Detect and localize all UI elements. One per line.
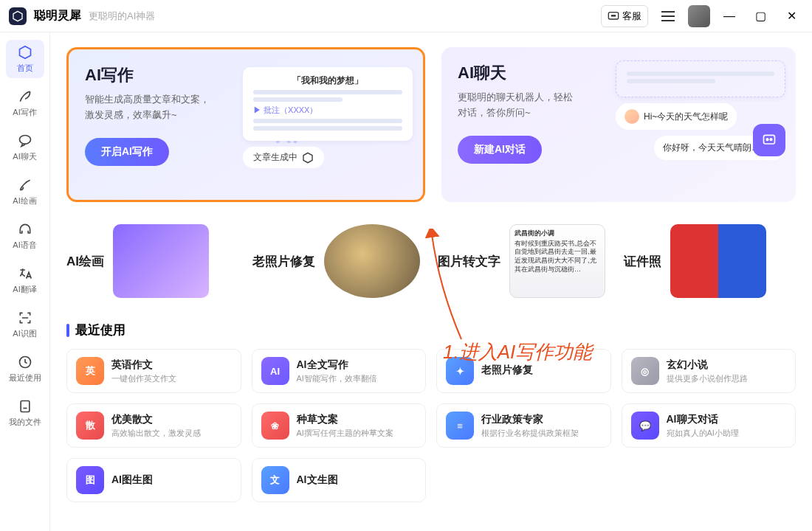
hero-card-chat[interactable]: AI聊天 更聪明的聊天机器人，轻松 对话，答你所问~ 新建AI对话 Hi~今天的… (441, 47, 796, 202)
new-chat-button[interactable]: 新建AI对话 (458, 136, 542, 164)
feature-restore[interactable]: 老照片修复 (252, 217, 425, 305)
sidebar-item-voice[interactable]: AI语音 (6, 217, 44, 255)
writing-demo-panel: 「我和我的梦想」 ▶ 批注（XXXX） 文章生成中 (243, 67, 413, 168)
brush-icon (17, 177, 33, 193)
feather-icon (17, 88, 33, 105)
svg-marker-13 (303, 153, 312, 162)
sidebar-item-ocr[interactable]: AI识图 (6, 305, 44, 344)
generating-chip: 文章生成中 (243, 147, 324, 168)
tool-policy-expert[interactable]: ≡行业政策专家根据行业名称提供政策框架 (436, 403, 611, 448)
app-name: 聪明灵犀 (34, 8, 81, 24)
recent-tools-grid: 英英语作文一键创作英文作文 AIAI全文写作AI智能写作，效率翻倍 ✦老照片修复… (66, 349, 796, 502)
translate-icon (17, 266, 33, 282)
feature-row: AI绘画 老照片修复 图片转文字武昌街的小调有时候到重庆路买书,总会不自觉地到武… (66, 217, 796, 305)
menu-button[interactable] (656, 5, 681, 27)
tool-icon: ❀ (261, 412, 289, 440)
svg-rect-15 (764, 135, 775, 144)
ocr-thumb: 武昌街的小调有时候到重庆路买书,总会不自觉地到武昌街去走一回,最近发现武昌街大大… (509, 224, 605, 298)
hero-subtitle: 更聪明的聊天机器人，轻松 对话，答你所问~ (458, 90, 605, 121)
tool-english-essay[interactable]: 英英语作文一键创作英文作文 (66, 349, 241, 393)
svg-point-4 (614, 15, 615, 15)
hero-subtitle: 智能生成高质量文章和文案， 激发灵感，效率飙升~ (85, 92, 233, 123)
paint-thumb (113, 224, 209, 298)
chat-fab-icon (753, 124, 785, 156)
sidebar: 首页 AI写作 AI聊天 AI绘画 AI语音 AI翻译 AI识图 最近使用 (0, 32, 50, 531)
tool-icon: 英 (76, 357, 104, 385)
main-content: AI写作 智能生成高质量文章和文案， 激发灵感，效率飙升~ 开启AI写作 AI … (50, 32, 812, 531)
app-slogan: 更聪明的AI神器 (89, 10, 155, 23)
hamburger-icon (661, 11, 675, 21)
tool-icon: ≡ (446, 412, 474, 440)
tool-full-writing[interactable]: AIAI全文写作AI智能写作，效率翻倍 (252, 349, 427, 393)
tool-txt2img[interactable]: 文AI文生图 (252, 458, 427, 502)
sidebar-item-recent[interactable]: 最近使用 (6, 350, 44, 388)
chat-demo-panel: Hi~今天的天气怎样呢 你好呀，今天天气晴朗… (616, 60, 785, 166)
sidebar-item-home[interactable]: 首页 (6, 40, 44, 78)
maximize-button[interactable]: ▢ (749, 9, 772, 23)
tool-img2img[interactable]: 图AI图生图 (66, 458, 241, 502)
sidebar-item-chat[interactable]: AI聊天 (6, 128, 44, 167)
chat-icon (608, 11, 619, 21)
tool-fantasy-novel[interactable]: ◎玄幻小说提供更多小说创作思路 (622, 349, 796, 393)
tool-icon: ✦ (446, 357, 474, 385)
user-avatar[interactable] (688, 5, 710, 27)
feature-paint[interactable]: AI绘画 (66, 217, 239, 305)
chat-bubble-icon (17, 133, 33, 149)
tool-ai-chat[interactable]: 💬AI聊天对话宛如真人的AI小助理 (622, 403, 796, 448)
home-icon (17, 44, 33, 60)
sidebar-item-paint[interactable]: AI绘画 (6, 173, 44, 211)
restore-thumb (324, 224, 420, 298)
svg-rect-11 (21, 401, 30, 412)
feature-ocr[interactable]: 图片转文字武昌街的小调有时候到重庆路买书,总会不自觉地到武昌街去走一回,最近发现… (438, 217, 610, 305)
support-button[interactable]: 客服 (601, 5, 648, 27)
idphoto-thumb (670, 224, 766, 298)
history-icon (17, 354, 33, 370)
minimize-button[interactable]: — (718, 10, 741, 23)
tool-prose[interactable]: 散优美散文高效输出散文，激发灵感 (66, 403, 241, 448)
svg-marker-0 (13, 11, 22, 21)
start-writing-button[interactable]: 开启AI写作 (85, 138, 169, 166)
svg-point-16 (766, 139, 768, 141)
svg-point-3 (613, 15, 613, 15)
app-logo-icon (9, 7, 27, 25)
tool-icon: 图 (76, 466, 104, 494)
tool-seed-copy[interactable]: ❀种草文案AI撰写任何主题的种草文案 (252, 403, 427, 448)
feature-idphoto[interactable]: 证件照 (624, 217, 796, 305)
user-avatar-icon (625, 109, 639, 124)
file-icon (17, 398, 33, 414)
close-button[interactable]: ✕ (780, 9, 803, 23)
tool-icon: ◎ (631, 357, 659, 385)
hero-card-writing[interactable]: AI写作 智能生成高质量文章和文案， 激发灵感，效率飙升~ 开启AI写作 AI … (66, 47, 425, 202)
sidebar-item-writing[interactable]: AI写作 (6, 84, 44, 122)
tool-icon: AI (261, 357, 289, 385)
tool-icon: 💬 (631, 412, 659, 440)
svg-marker-8 (19, 46, 30, 59)
tool-icon: 散 (76, 412, 104, 440)
titlebar: 聪明灵犀 更聪明的AI神器 客服 — ▢ ✕ (0, 0, 812, 32)
tool-icon: 文 (261, 466, 289, 494)
headphones-icon (17, 221, 33, 237)
recent-section-title: 最近使用 (66, 322, 796, 339)
sidebar-item-translate[interactable]: AI翻译 (6, 261, 44, 299)
svg-point-17 (770, 139, 772, 141)
scan-icon (17, 310, 33, 326)
svg-point-2 (611, 15, 612, 15)
svg-point-9 (19, 136, 30, 145)
tool-photo-restore[interactable]: ✦老照片修复 (436, 349, 611, 393)
sidebar-item-files[interactable]: 我的文件 (6, 394, 44, 432)
